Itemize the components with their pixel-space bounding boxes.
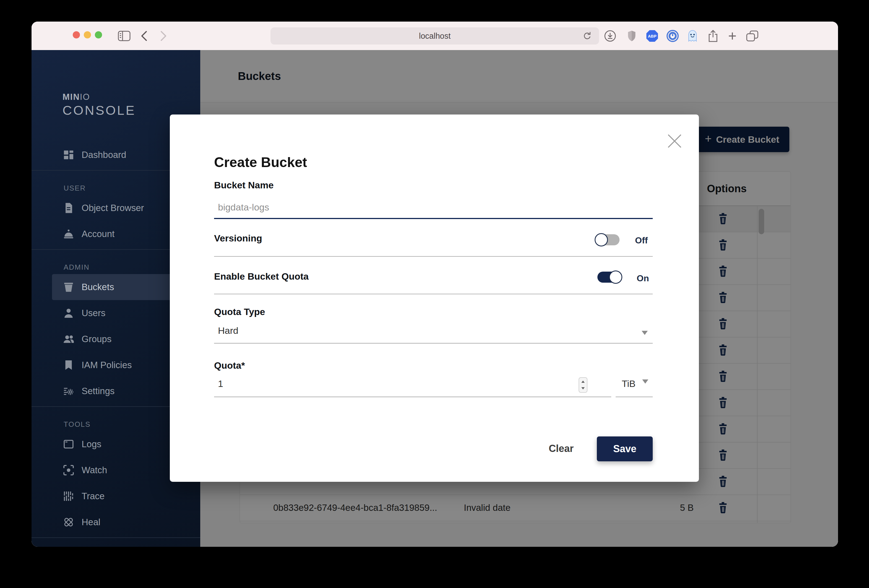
sidebar-item-label: Users: [82, 308, 105, 318]
chevron-down-icon[interactable]: [642, 331, 648, 335]
toggle-knob: [609, 271, 622, 284]
enable-bucket-quota-label: Enable Bucket Quota: [214, 271, 308, 282]
versioning-toggle[interactable]: [595, 234, 620, 246]
divider: [214, 294, 653, 294]
account-icon: [63, 228, 74, 240]
quota-type-label: Quota Type: [214, 307, 265, 317]
sidebar-item-heal[interactable]: Heal: [31, 509, 200, 535]
reload-icon[interactable]: [580, 27, 594, 44]
object-browser-icon: [63, 202, 74, 214]
buckets-icon: [63, 281, 74, 293]
sidebar-item-label: Settings: [82, 386, 114, 396]
quota-unit-underline: [615, 397, 653, 397]
sidebar-item-label: Buckets: [82, 282, 114, 292]
number-stepper[interactable]: [578, 377, 587, 393]
sidebar-divider: [31, 538, 200, 538]
tab-overview-icon[interactable]: [744, 22, 760, 50]
sidebar-item-trace[interactable]: Trace: [31, 483, 200, 509]
enable-bucket-quota-toggle[interactable]: [598, 271, 622, 283]
quota-type-underline: [214, 343, 653, 344]
settings-icon: [63, 385, 74, 397]
browser-window: localhost ABP +: [31, 22, 838, 547]
new-tab-icon[interactable]: +: [725, 22, 740, 50]
browser-chrome: localhost ABP +: [31, 22, 838, 50]
bucket-name-label: Bucket Name: [214, 180, 274, 191]
sidebar-item-label: Object Browser: [82, 203, 144, 213]
forward-icon[interactable]: [157, 22, 171, 50]
url-text: localhost: [270, 27, 599, 44]
sidebar-toggle-icon[interactable]: [114, 22, 134, 50]
logo-min: MIN: [62, 92, 80, 102]
versioning-state: Off: [635, 235, 648, 246]
sidebar-item-label: IAM Policies: [82, 360, 132, 370]
ghostery-icon[interactable]: [685, 22, 700, 50]
zoom-window-button[interactable]: [95, 31, 102, 39]
heal-icon: [63, 516, 74, 528]
minio-logo: MINIO CONSOLE: [62, 92, 136, 118]
sidebar-item-label: Trace: [82, 491, 105, 501]
create-bucket-modal: Create Bucket Bucket Name bigdata-logs V…: [170, 114, 699, 482]
watch-icon: [63, 464, 74, 476]
back-icon[interactable]: [137, 22, 151, 50]
quota-label: Quota*: [214, 360, 245, 371]
onepassword-icon[interactable]: [665, 22, 681, 50]
required-asterisk: *: [241, 360, 245, 370]
dashboard-icon: [63, 149, 74, 161]
sidebar-item-label: Logs: [82, 439, 101, 449]
clear-button[interactable]: Clear: [538, 440, 585, 458]
chevron-down-icon[interactable]: [642, 379, 648, 384]
divider: [214, 256, 653, 257]
sidebar-item-label: Watch: [82, 465, 107, 475]
minimize-window-button[interactable]: [84, 31, 91, 39]
logs-icon: [63, 438, 74, 450]
url-bar[interactable]: localhost: [270, 27, 599, 44]
quota-unit-select[interactable]: TiB: [622, 378, 636, 389]
share-icon[interactable]: [705, 22, 721, 50]
toggle-knob: [595, 233, 608, 246]
sidebar-item-label: Heal: [82, 517, 100, 527]
iam-policies-icon: [63, 359, 74, 371]
close-window-button[interactable]: [73, 31, 80, 39]
shield-extension-icon[interactable]: [624, 22, 639, 50]
sidebar-item-label: Dashboard: [82, 150, 126, 160]
downloads-icon[interactable]: [603, 22, 617, 50]
abp-badge-text: ABP: [648, 34, 657, 39]
stepper-down-icon[interactable]: [581, 387, 585, 390]
logo-io: IO: [80, 92, 90, 102]
enable-bucket-quota-state: On: [637, 273, 649, 283]
sidebar-item-label: Groups: [82, 334, 111, 344]
bucket-name-underline: [214, 218, 653, 219]
sidebar-item-license[interactable]: License: [31, 540, 200, 547]
versioning-label: Versioning: [214, 233, 262, 244]
users-icon: [63, 307, 74, 319]
save-button[interactable]: Save: [597, 437, 653, 461]
trace-icon: [63, 490, 74, 502]
quota-input[interactable]: 1: [218, 378, 223, 389]
close-icon[interactable]: [666, 132, 684, 150]
adblock-plus-icon[interactable]: ABP: [644, 22, 660, 50]
groups-icon: [63, 333, 74, 345]
screen: localhost ABP +: [0, 0, 869, 588]
quota-underline: [214, 397, 611, 397]
minio-console-app: MINIO CONSOLE DashboardUSERObject Browse…: [31, 50, 838, 547]
bucket-name-input[interactable]: bigdata-logs: [218, 202, 269, 213]
stepper-up-icon[interactable]: [581, 381, 585, 383]
modal-title: Create Bucket: [214, 154, 307, 170]
sidebar-item-label: Account: [82, 229, 114, 239]
logo-console: CONSOLE: [62, 102, 136, 118]
quota-type-select[interactable]: Hard: [218, 325, 239, 336]
